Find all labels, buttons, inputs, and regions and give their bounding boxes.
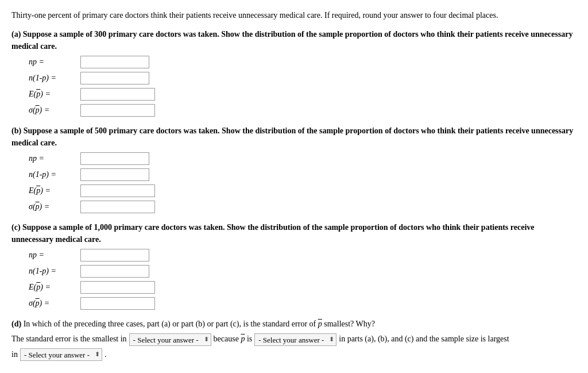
intro-text: Thirty-one percent of primary care docto… [11,9,577,21]
part-a-np-input[interactable] [80,56,149,68]
part-c-ep-row: E(p) = [29,281,577,294]
part-d-because: because p is [214,333,253,345]
part-c-ep-input[interactable] [80,281,155,294]
part-b-op-row: σ(p) = [29,201,577,213]
part-a-ep-label: E(p) = [29,90,80,99]
part-b-label: (b) Suppose a sample of 500 primary care… [11,125,577,149]
part-b-ep-input[interactable] [80,184,155,197]
part-b-n1p-input[interactable] [80,168,149,181]
select-answer-3-wrapper[interactable]: - Select your answer - part (a) part (b)… [20,348,102,361]
part-a-n1p-row: n(1-p) = [29,72,577,84]
part-d-line2: in - Select your answer - part (a) part … [11,348,577,361]
part-c-op-label: σ(p) = [29,299,80,308]
part-a-op-row: σ(p) = [29,104,577,117]
part-a-n1p-label: n(1-p) = [29,74,80,83]
part-b-op-input[interactable] [80,201,155,213]
part-d-section: (d) In which of the preceding three case… [11,318,577,361]
select-answer-2[interactable]: - Select your answer - the same differen… [255,334,336,345]
part-a-np-label: np = [29,57,80,67]
part-b-np-input[interactable] [80,152,149,165]
select-answer-1[interactable]: - Select your answer - part (a) part (b)… [130,334,211,345]
part-c-description: Suppose a sample of 1,000 primary care d… [11,223,535,244]
part-b-n1p-label: n(1-p) = [29,170,80,179]
part-b-np-label: np = [29,154,80,163]
part-a-label: (a) Suppose a sample of 300 primary care… [11,28,577,52]
part-b-ep-label: E(p) = [29,186,80,195]
part-d-line2-end: . [105,348,107,361]
part-b-description: Suppose a sample of 500 primary care doc… [11,126,573,147]
part-c-op-input[interactable] [80,297,155,310]
part-c-op-row: σ(p) = [29,297,577,310]
part-b-ep-row: E(p) = [29,184,577,197]
part-a-op-label: σ(p) = [29,106,80,115]
part-a-ep-row: E(p) = [29,88,577,101]
part-a-description: Suppose a sample of 300 primary care doc… [11,30,572,51]
select-answer-3[interactable]: - Select your answer - part (a) part (b)… [21,349,102,360]
part-c-n1p-input[interactable] [80,265,149,278]
part-d-label: (d) In which of the preceding three case… [11,318,577,330]
select-answer-2-wrapper[interactable]: - Select your answer - the same differen… [254,333,336,346]
part-a-op-input[interactable] [80,104,155,117]
part-d-line1-start: The standard error is the smallest in [11,333,127,345]
part-b-np-row: np = [29,152,577,165]
part-d-line2-start: in [11,348,18,361]
part-b-n1p-row: n(1-p) = [29,168,577,181]
part-c-np-label: np = [29,251,80,260]
part-b-op-label: σ(p) = [29,202,80,212]
part-c-n1p-row: n(1-p) = [29,265,577,278]
part-a-section: (a) Suppose a sample of 300 primary care… [11,28,577,117]
part-a-ep-input[interactable] [80,88,155,101]
part-c-np-row: np = [29,249,577,262]
part-d-line1-end: in parts (a), (b), and (c) and the sampl… [339,333,509,345]
part-c-np-input[interactable] [80,249,149,262]
part-a-n1p-input[interactable] [80,72,149,84]
part-c-section: (c) Suppose a sample of 1,000 primary ca… [11,221,577,310]
part-b-section: (b) Suppose a sample of 500 primary care… [11,125,577,213]
select-answer-1-wrapper[interactable]: - Select your answer - part (a) part (b)… [129,333,211,346]
part-a-np-row: np = [29,56,577,68]
part-c-n1p-label: n(1-p) = [29,267,80,276]
part-d-line1: The standard error is the smallest in - … [11,333,577,345]
part-c-ep-label: E(p) = [29,283,80,292]
part-c-label: (c) Suppose a sample of 1,000 primary ca… [11,221,577,245]
